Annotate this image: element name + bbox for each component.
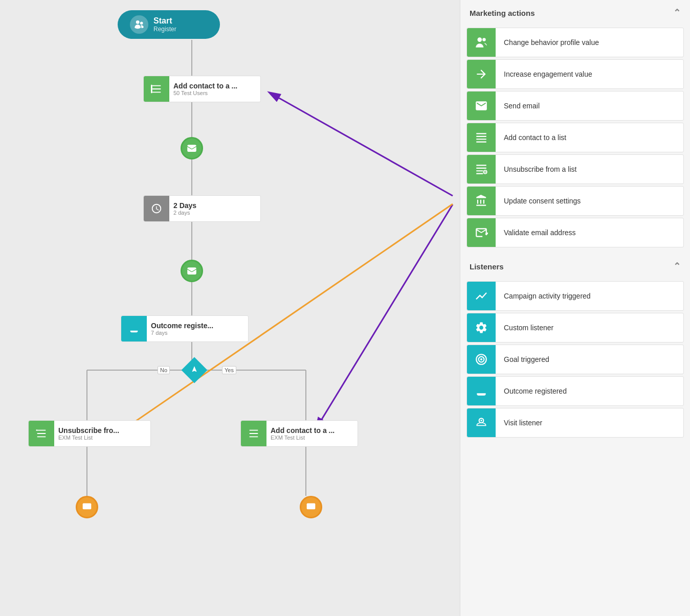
add-contact-top-node[interactable]: Add contact to a ... 50 Test Users	[143, 76, 261, 102]
update-consent-icon-box	[467, 187, 496, 215]
svg-point-24	[480, 358, 482, 360]
svg-point-19	[477, 37, 482, 42]
end-circle-2[interactable]	[300, 496, 322, 518]
wait-title: 2 Days	[173, 201, 196, 210]
svg-line-12	[271, 94, 453, 196]
diamond-node[interactable]	[185, 361, 204, 379]
start-node[interactable]: Start Register	[118, 10, 220, 39]
outcome-registered-label: Outcome registered	[496, 387, 575, 395]
campaign-activity-icon-box	[467, 282, 496, 310]
sidebar-item-change-behavior[interactable]: Change behavior profile value	[466, 28, 684, 57]
campaign-activity-label: Campaign activity triggered	[496, 292, 599, 300]
unsubscribe-left-icon	[29, 421, 54, 446]
svg-point-26	[480, 420, 482, 421]
outcome-icon	[121, 316, 147, 341]
add-contact-top-sub: 50 Test Users	[173, 90, 237, 96]
sidebar-item-visit-listener[interactable]: Visit listener	[466, 408, 684, 438]
validate-email-label: Validate email address	[496, 229, 584, 237]
sidebar-item-unsubscribe-list[interactable]: Unsubscribe from a list	[466, 154, 684, 184]
end-circle-1[interactable]	[76, 496, 98, 518]
increase-engagement-icon-box	[467, 60, 496, 88]
outcome-reg-node[interactable]: Outcome registe... 7 days	[121, 315, 249, 342]
add-contact-list-icon-box	[467, 123, 496, 152]
wait-sub: 2 days	[173, 210, 196, 216]
goal-triggered-label: Goal triggered	[496, 355, 558, 363]
send-email-icon-box	[467, 92, 496, 120]
custom-listener-label: Custom listener	[496, 324, 562, 332]
goal-triggered-icon-box	[467, 345, 496, 374]
sidebar-item-send-email[interactable]: Send email	[466, 91, 684, 121]
svg-point-20	[482, 38, 486, 41]
sidebar-item-add-contact-list[interactable]: Add contact to a list	[466, 123, 684, 152]
svg-line-13	[317, 204, 453, 427]
outcome-registered-icon-box	[467, 377, 496, 405]
start-icon	[130, 15, 148, 34]
start-sub: Register	[153, 26, 176, 33]
sidebar-item-goal-triggered[interactable]: Goal triggered	[466, 345, 684, 374]
marketing-actions-title: Marketing actions	[470, 9, 535, 17]
svg-rect-18	[307, 504, 316, 510]
outcome-sub: 7 days	[151, 330, 213, 336]
marketing-actions-header[interactable]: Marketing actions ⌃	[460, 0, 690, 26]
sidebar-item-outcome-registered[interactable]: Outcome registered	[466, 376, 684, 406]
sidebar-item-update-consent[interactable]: Update consent settings	[466, 186, 684, 216]
change-behavior-label: Change behavior profile value	[496, 38, 607, 47]
unsubscribe-left-node[interactable]: Unsubscribe fro... EXM Test List	[28, 420, 151, 447]
add-contact-right-node[interactable]: Add contact to a ... EXM Test List	[240, 420, 358, 447]
listeners-chevron: ⌃	[673, 261, 681, 272]
visit-listener-icon-box	[467, 408, 496, 437]
update-consent-label: Update consent settings	[496, 197, 589, 205]
sidebar-item-custom-listener[interactable]: Custom listener	[466, 313, 684, 343]
wait-2days-node[interactable]: 2 Days 2 days	[143, 195, 261, 222]
sidebar: Marketing actions ⌃ Change behavior prof…	[460, 0, 690, 616]
marketing-actions-chevron: ⌃	[673, 7, 681, 18]
svg-rect-17	[83, 504, 92, 510]
add-contact-list-label: Add contact to a list	[496, 133, 574, 142]
listeners-header[interactable]: Listeners ⌃	[460, 254, 690, 279]
sidebar-item-campaign-activity[interactable]: Campaign activity triggered	[466, 281, 684, 311]
svg-point-16	[36, 429, 37, 431]
unsubscribe-left-title: Unsubscribe fro...	[58, 426, 119, 435]
unsubscribe-list-label: Unsubscribe from a list	[496, 165, 585, 173]
branch-no-label: No	[158, 366, 170, 374]
start-title: Start	[153, 16, 176, 26]
outcome-title: Outcome registe...	[151, 322, 213, 330]
add-contact-right-sub: EXM Test List	[271, 435, 335, 441]
wait-icon	[144, 196, 169, 221]
add-contact-right-title: Add contact to a ...	[271, 426, 335, 435]
send-email-label: Send email	[496, 102, 548, 110]
listeners-title: Listeners	[470, 262, 504, 271]
increase-engagement-label: Increase engagement value	[496, 70, 600, 78]
change-behavior-icon-box	[467, 28, 496, 57]
add-contact-top-icon	[144, 76, 169, 102]
unsubscribe-left-sub: EXM Test List	[58, 435, 119, 441]
sidebar-item-validate-email[interactable]: Validate email address	[466, 218, 684, 247]
visit-listener-label: Visit listener	[496, 419, 550, 427]
branch-yes-label: Yes	[222, 366, 236, 374]
email-circle-1[interactable]	[181, 137, 203, 159]
email-circle-2[interactable]	[181, 260, 203, 282]
add-contact-top-title: Add contact to a ...	[173, 82, 237, 90]
validate-email-icon-box	[467, 218, 496, 247]
unsubscribe-list-icon-box	[467, 155, 496, 184]
add-contact-right-icon	[241, 421, 266, 446]
custom-listener-icon-box	[467, 313, 496, 342]
canvas-area: Start Register Add contact to a ... 50 T…	[0, 0, 460, 616]
sidebar-item-increase-engagement[interactable]: Increase engagement value	[466, 59, 684, 89]
svg-rect-15	[151, 85, 152, 94]
